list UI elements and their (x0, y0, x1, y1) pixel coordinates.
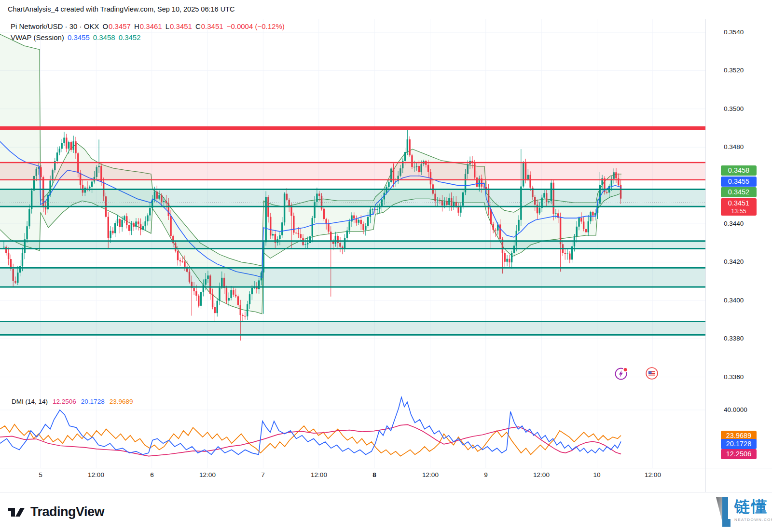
time-axis-label: 9 (484, 471, 488, 478)
ohlc-high: H0.3461 (134, 22, 162, 30)
neatdown-logo: 链懂 NEATDOWN.COM (715, 497, 772, 527)
symbol-title[interactable]: Pi Network/USD · 30 · OKX (11, 22, 99, 30)
dmi-axis-label: 40.0000 (724, 406, 747, 414)
dmi-label[interactable]: DMI (14, 14) (12, 398, 48, 405)
time-axis-label: 12:00 (533, 471, 550, 478)
price-axis-label: 0.3420 (724, 258, 744, 266)
price-axis-label: 0.3360 (724, 373, 744, 381)
dmi-plus-di-line (0, 397, 621, 455)
time-axis-label: 12:00 (199, 471, 216, 478)
vwap-label[interactable]: VWAP (Session) (11, 33, 64, 41)
neatdown-logo-text: 链懂 (734, 497, 768, 516)
export-title: ChartAnalysis_4 created with TradingView… (8, 5, 234, 13)
time-axis-label: 7 (261, 471, 265, 478)
price-axis-label: 0.3380 (724, 335, 744, 342)
dmi-adx-value: 12.2506 (53, 398, 76, 405)
tradingview-logo[interactable]: TradingView (8, 505, 104, 519)
price-axis-label: 0.3520 (724, 67, 744, 74)
price-axis-badge: 0.3452 (721, 187, 757, 197)
dmi-pane[interactable] (0, 397, 621, 456)
vwap-upper-value: 0.3458 (93, 33, 115, 41)
tradingview-logo-text: TradingView (30, 505, 104, 519)
ohlc-close: C0.3451 (195, 22, 223, 30)
price-axis-label: 0.3540 (724, 28, 744, 36)
vwap-row: VWAP (Session) 0.3455 0.3458 0.3452 (11, 33, 285, 41)
dmi-axis-badge: 20.1728 (721, 439, 757, 449)
pane-separators (0, 19, 772, 492)
tradingview-logo-mark (8, 506, 25, 518)
dmi-plus-di-value: 20.1728 (81, 398, 105, 405)
price-axis-label: 0.3500 (724, 105, 744, 113)
price-axis-badge: 0.3455 (721, 177, 757, 187)
price-change: −0.0004 (−0.12%) (227, 22, 285, 30)
dmi-minus-di-value: 23.9689 (110, 398, 133, 405)
ohlc-low: L0.3451 (165, 22, 192, 30)
ohlc-open: O0.3457 (102, 22, 131, 30)
price-axis-label: 0.3440 (724, 220, 744, 228)
price-axis-badge: 0.345113:55 (721, 198, 757, 216)
time-axis-label: 12:00 (311, 471, 327, 478)
tradingview-export-page: { "header": { "title": "ChartAnalysis_4 … (0, 0, 772, 532)
dmi-legend: DMI (14, 14) 12.2506 20.1728 23.9689 (12, 398, 133, 405)
symbol-row: Pi Network/USD · 30 · OKX O0.3457 H0.346… (11, 22, 285, 30)
dmi-axis-badge: 12.2506 (721, 449, 757, 459)
time-axis-label: 12:00 (645, 471, 661, 478)
us-flag-event-icon[interactable] (645, 367, 659, 380)
price-axis-badge: 0.3458 (721, 165, 757, 176)
price-axis-label: 0.3400 (724, 297, 744, 304)
time-axis-label: 5 (39, 471, 42, 478)
vwap-value: 0.3455 (68, 33, 90, 41)
time-axis-label: 6 (150, 471, 154, 478)
time-axis-label: 10 (593, 471, 600, 478)
time-axis-label: 8 (372, 471, 376, 478)
time-axis-label: 12:00 (422, 471, 439, 478)
neatdown-domain: NEATDOWN.COM (734, 518, 772, 522)
flash-event-icon[interactable] (614, 367, 628, 381)
price-axis-label: 0.3480 (724, 143, 744, 151)
chart-canvas[interactable] (0, 0, 772, 532)
time-axis-label: 12:00 (88, 471, 104, 478)
neatdown-logo-mark (715, 497, 731, 527)
symbol-legend: Pi Network/USD · 30 · OKX O0.3457 H0.346… (11, 22, 285, 44)
vwap-lower-value: 0.3452 (119, 33, 141, 41)
